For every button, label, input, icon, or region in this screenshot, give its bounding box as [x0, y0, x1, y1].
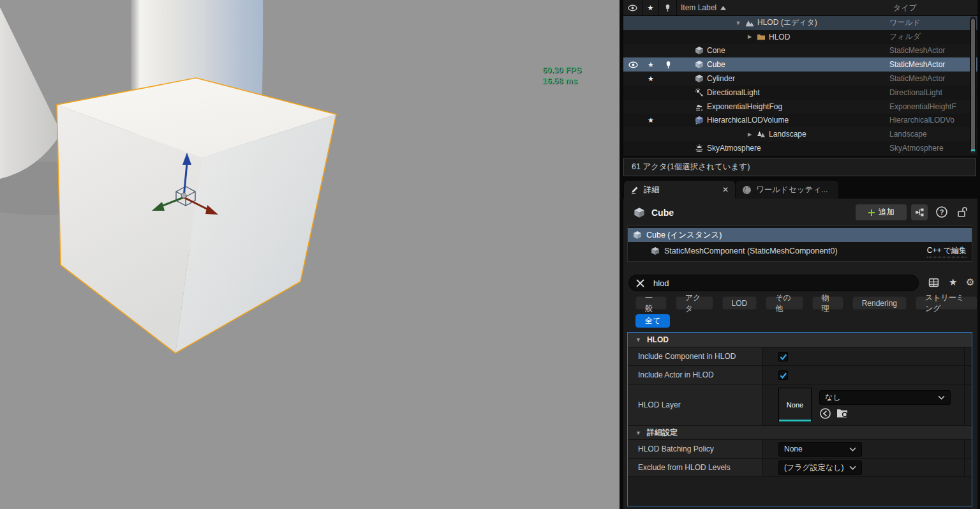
sky-atmosphere-icon: [695, 144, 704, 153]
landscape-icon: [757, 130, 766, 139]
details-icon: [630, 185, 639, 194]
batching-policy-dropdown[interactable]: None: [778, 442, 862, 457]
favorite-column-header[interactable]: ★: [642, 0, 659, 15]
outliner-row-cylinder[interactable]: ★ Cylinder StaticMeshActor: [623, 72, 977, 86]
viewport-3d[interactable]: 60.30 FPS 16.58 ms: [0, 0, 620, 509]
hlod-layer-thumbnail[interactable]: None: [778, 388, 812, 422]
outliner-row-directionallight[interactable]: DirectionalLight DirectionalLight: [623, 86, 977, 100]
filter-misc[interactable]: その他: [766, 296, 803, 310]
eye-icon: [628, 60, 638, 70]
include-actor-checkbox[interactable]: [778, 370, 788, 380]
star-icon: ★: [648, 75, 654, 83]
browse-to-asset-icon[interactable]: [836, 407, 849, 420]
outliner-row-landscape[interactable]: ▶ Landscape Landscape: [623, 127, 977, 141]
outliner-row-skyatmosphere[interactable]: SkyAtmosphere SkyAtmosphere: [623, 141, 977, 155]
pin-column-header[interactable]: [659, 0, 677, 15]
hlod-volume-icon: +: [695, 116, 704, 125]
collapse-arrow-icon[interactable]: ▶: [746, 34, 754, 40]
pin-icon: [664, 61, 672, 69]
svg-text:?: ?: [940, 208, 944, 216]
check-icon: [779, 353, 787, 361]
favorite-toggle[interactable]: ★: [642, 72, 659, 86]
height-fog-icon: [695, 102, 704, 111]
section-header-advanced[interactable]: ▼ 詳細設定: [628, 426, 972, 440]
world-outliner: ★ Item Label タイプ ▼ HLOD (エディタ) ワールド: [623, 0, 977, 156]
filter-chip-row: 一般 アクタ LOD その他 物理 Rendering ストリーミング: [635, 296, 977, 310]
favorite-toggle[interactable]: ★: [642, 57, 659, 72]
eye-icon: [628, 3, 637, 13]
static-mesh-icon: [633, 231, 642, 239]
visibility-column-header[interactable]: [623, 0, 642, 15]
static-mesh-icon: [695, 60, 704, 69]
outliner-row-cube[interactable]: ★ Cube StaticMeshActor: [623, 57, 977, 72]
actor-count-text: 61 アクタ(1個選択されています): [632, 162, 750, 172]
outliner-status-bar: 61 アクタ(1個選択されています): [623, 158, 976, 176]
add-component-button[interactable]: 追加: [856, 204, 907, 220]
filter-actor[interactable]: アクタ: [676, 296, 713, 310]
settings-button[interactable]: ⚙: [966, 277, 974, 288]
edit-blueprint-button[interactable]: [911, 204, 928, 220]
static-mesh-icon: [695, 46, 704, 55]
tab-details[interactable]: 詳細 ✕: [624, 181, 735, 199]
star-icon: ★: [648, 116, 654, 125]
help-button[interactable]: ?: [935, 206, 948, 221]
selected-cube-mesh[interactable]: [57, 78, 336, 353]
visibility-toggle[interactable]: [623, 57, 642, 72]
pin-icon: [664, 4, 672, 12]
favorite-toggle[interactable]: ★: [642, 114, 659, 128]
clear-search-icon[interactable]: [636, 279, 644, 287]
filter-lod[interactable]: LOD: [722, 296, 757, 310]
tab-world-settings[interactable]: ワールドセッティ...: [736, 181, 838, 199]
component-row-staticmesh[interactable]: StaticMeshComponent (StaticMeshComponent…: [628, 244, 972, 258]
column-view-button[interactable]: [928, 277, 939, 291]
grid-icon: [928, 277, 939, 288]
outliner-row-hlod-editor[interactable]: ▼ HLOD (エディタ) ワールド: [623, 16, 977, 30]
gizmo-origin[interactable]: [181, 193, 186, 198]
hlod-layer-dropdown[interactable]: なし: [819, 390, 951, 405]
outliner-row-hlod-folder[interactable]: ▶ HLOD フォルダ: [623, 30, 977, 44]
section-header-hlod[interactable]: ▼ HLOD: [628, 333, 972, 347]
property-row-exclude-levels: Exclude from HLOD Levels (フラグ設定なし): [628, 459, 972, 477]
search-value: hlod: [653, 278, 669, 288]
filter-physics[interactable]: 物理: [812, 296, 843, 310]
collapse-arrow-icon[interactable]: ▶: [746, 132, 754, 137]
filter-streaming[interactable]: ストリーミング: [916, 296, 977, 310]
static-mesh-icon: [695, 74, 704, 83]
use-selected-icon[interactable]: [819, 407, 831, 420]
outliner-scrollbar[interactable]: [970, 17, 976, 154]
filter-all[interactable]: 全て: [635, 314, 670, 328]
component-tree: Cube (インスタンス) StaticMeshComponent (Stati…: [627, 225, 972, 262]
world-partition-icon: [745, 19, 754, 27]
search-input[interactable]: hlod: [628, 275, 919, 291]
property-grid: ▼ HLOD Include Component in HLOD Include…: [627, 332, 972, 506]
exclude-levels-dropdown[interactable]: (フラグ設定なし): [778, 460, 862, 475]
static-mesh-icon: [634, 207, 645, 218]
static-mesh-icon: [651, 247, 660, 255]
favorites-button[interactable]: ★: [949, 277, 957, 288]
check-icon: [779, 371, 787, 379]
edit-cpp-link[interactable]: C++ で編集: [927, 245, 967, 257]
outliner-row-hierarchicallodvolume[interactable]: ★ + HierarchicalLODVolume HierarchicalLO…: [623, 114, 977, 128]
component-row-instance[interactable]: Cube (インスタンス): [628, 228, 972, 242]
property-row-include-actor: Include Actor in HLOD: [628, 366, 972, 384]
actor-header: Cube 追加 ?: [623, 203, 972, 222]
scrollbar-thumb[interactable]: [970, 18, 976, 152]
property-row-hlod-layer: HLOD Layer None なし: [628, 384, 972, 426]
folder-icon: [757, 33, 766, 41]
property-row-batching-policy: HLOD Batching Policy None: [628, 440, 972, 459]
details-search-row: hlod ★ ⚙: [623, 275, 977, 291]
close-icon[interactable]: ✕: [722, 185, 729, 194]
include-component-checkbox[interactable]: [778, 352, 788, 361]
type-column-header[interactable]: タイプ: [889, 0, 977, 15]
unlock-icon: [956, 206, 968, 218]
outliner-row-exponentialheightfog[interactable]: ExponentialHeightFog ExponentialHeightF: [623, 100, 977, 114]
expand-arrow-icon[interactable]: ▼: [734, 20, 742, 26]
pin-toggle[interactable]: [659, 57, 677, 72]
lock-button[interactable]: [956, 206, 968, 221]
outliner-row-cone[interactable]: Cone StaticMeshActor: [623, 44, 977, 58]
star-icon: ★: [949, 277, 957, 287]
filter-general[interactable]: 一般: [635, 296, 667, 310]
item-label-column-header[interactable]: Item Label: [677, 0, 889, 15]
filter-rendering[interactable]: Rendering: [852, 296, 907, 310]
filter-all-row: 全て: [635, 314, 670, 328]
